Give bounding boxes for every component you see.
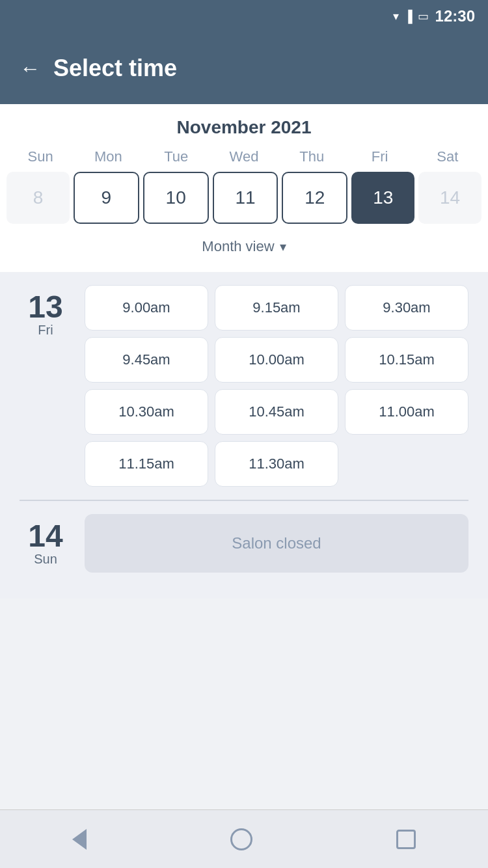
day-14-label: 14 Sun (20, 514, 72, 567)
time-slot-930am[interactable]: 9.30am (345, 285, 468, 331)
time-slot-915am[interactable]: 9.15am (215, 285, 338, 331)
signal-icon: ▐ (404, 10, 413, 23)
time-slot-1000am[interactable]: 10.00am (215, 337, 338, 383)
calendar-section: November 2021 Sun Mon Tue Wed Thu Fri Sa… (0, 104, 488, 272)
month-view-label: Month view (202, 238, 274, 255)
weekday-wed: Wed (210, 148, 278, 165)
weekday-headers: Sun Mon Tue Wed Thu Fri Sat (0, 148, 488, 165)
day-13-label: 13 Fri (20, 285, 72, 338)
back-button[interactable]: ← (20, 57, 40, 81)
salon-closed-box: Salon closed (85, 514, 468, 573)
nav-back-icon[interactable] (72, 829, 87, 850)
weekday-mon: Mon (74, 148, 142, 165)
time-slot-1015am[interactable]: 10.15am (345, 337, 468, 383)
salon-closed-text: Salon closed (232, 534, 321, 552)
month-view-toggle[interactable]: Month view ▾ (0, 230, 488, 265)
status-icons: ▾ ▐ ▭ (393, 9, 429, 23)
time-slot-1115am[interactable]: 11.15am (85, 441, 208, 487)
day-14-name: Sun (34, 552, 57, 567)
weekday-fri: Fri (346, 148, 413, 165)
status-bar: ▾ ▐ ▭ 12:30 (0, 0, 488, 33)
day-14-number: 14 (28, 521, 62, 552)
day-13-row: 13 Fri 9.00am 9.15am 9.30am 9.45am 10.00… (20, 285, 468, 487)
nav-home-icon[interactable] (230, 828, 252, 850)
time-slot-1130am[interactable]: 11.30am (215, 441, 338, 487)
day-13-number: 13 (28, 292, 62, 323)
weekday-sat: Sat (414, 148, 481, 165)
app-header: ← Select time (0, 33, 488, 104)
weekday-sun: Sun (7, 148, 74, 165)
time-slot-900am[interactable]: 9.00am (85, 285, 208, 331)
weekday-thu: Thu (278, 148, 346, 165)
time-slot-1045am[interactable]: 10.45am (215, 389, 338, 435)
time-slot-1100am[interactable]: 11.00am (345, 389, 468, 435)
status-time: 12:30 (435, 7, 475, 25)
calendar-week-row: 8 9 10 11 12 13 14 (0, 172, 488, 224)
day-13-time-grid: 9.00am 9.15am 9.30am 9.45am 10.00am 10.1… (85, 285, 468, 487)
chevron-down-icon: ▾ (280, 239, 286, 254)
cal-day-13[interactable]: 13 (351, 172, 414, 224)
battery-icon: ▭ (418, 9, 429, 23)
cal-day-8[interactable]: 8 (7, 172, 70, 224)
cal-day-9[interactable]: 9 (74, 172, 139, 224)
section-divider (20, 500, 468, 501)
day-13-name: Fri (38, 323, 53, 338)
wifi-icon: ▾ (393, 9, 399, 23)
day-14-row: 14 Sun Salon closed (20, 514, 468, 573)
nav-recent-icon[interactable] (396, 830, 416, 849)
weekday-tue: Tue (142, 148, 210, 165)
cal-day-14[interactable]: 14 (418, 172, 481, 224)
bottom-nav (0, 809, 488, 868)
cal-day-11[interactable]: 11 (213, 172, 278, 224)
cal-day-12[interactable]: 12 (282, 172, 347, 224)
time-slots-section: 13 Fri 9.00am 9.15am 9.30am 9.45am 10.00… (0, 272, 488, 599)
time-slot-1030am[interactable]: 10.30am (85, 389, 208, 435)
cal-day-10[interactable]: 10 (143, 172, 209, 224)
month-year-label: November 2021 (0, 117, 488, 138)
time-slot-945am[interactable]: 9.45am (85, 337, 208, 383)
page-title: Select time (53, 55, 177, 82)
